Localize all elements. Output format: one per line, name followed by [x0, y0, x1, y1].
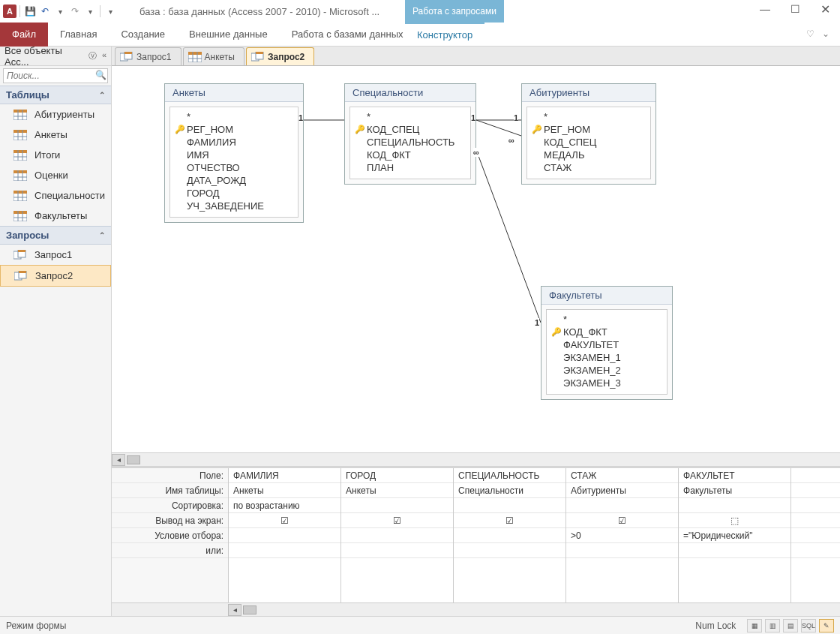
qbe-criteria[interactable]: ="Юридический" — [679, 528, 790, 543]
file-tab[interactable]: Файл — [0, 23, 48, 47]
qbe-or[interactable] — [454, 543, 566, 558]
query-design-surface[interactable]: Анкеты*🔑РЕГ_НОМФАМИЛИЯИМЯОТЧЕСТВОДАТА_РО… — [112, 66, 840, 452]
qbe-column[interactable]: ФАМИЛИЯАнкетыпо возрастанию☑ — [229, 468, 341, 602]
nav-item[interactable]: Абитуриенты — [0, 104, 111, 125]
ribbon-tab-home[interactable]: Главная — [48, 23, 109, 47]
qbe-sort[interactable] — [454, 498, 566, 513]
qbe-table[interactable]: Специальности — [454, 483, 566, 498]
qbe-or[interactable] — [341, 543, 453, 558]
nav-item[interactable]: Анкеты — [0, 125, 111, 145]
scroll-thumb[interactable] — [127, 455, 140, 464]
qbe-field[interactable]: ГОРОД — [341, 468, 453, 483]
ribbon-tab-create[interactable]: Создание — [109, 23, 177, 47]
document-tab[interactable]: Запрос2 — [246, 47, 314, 65]
qbe-or[interactable] — [679, 543, 790, 558]
qbe-scroll-thumb[interactable] — [243, 605, 256, 614]
qbe-sort[interactable] — [566, 498, 678, 513]
view-pivot-button[interactable]: ▥ — [765, 619, 780, 632]
view-sql-button[interactable]: SQL — [801, 619, 816, 632]
table-field[interactable]: ЭКЗАМЕН_3 — [551, 377, 662, 389]
table-field[interactable]: * — [175, 110, 293, 123]
view-design-button[interactable]: ✎ — [819, 619, 834, 632]
scroll-left-button[interactable]: ◂ — [112, 454, 125, 466]
table-field[interactable]: ОТЧЕСТВО — [175, 161, 293, 174]
qbe-field[interactable]: СТАЖ — [566, 468, 678, 483]
qbe-column[interactable]: ФАКУЛЬТЕТФакультеты⬚="Юридический" — [679, 468, 791, 602]
qbe-criteria[interactable]: >0 — [566, 528, 678, 543]
qbe-criteria[interactable] — [454, 528, 566, 543]
table-field[interactable]: * — [532, 110, 646, 123]
nav-filter-dropdown-icon[interactable]: ⓥ — [88, 50, 97, 62]
table-field[interactable]: СПЕЦИАЛЬНОСТЬ — [355, 136, 466, 149]
qbe-sort[interactable] — [679, 498, 790, 513]
table-box[interactable]: Анкеты*🔑РЕГ_НОМФАМИЛИЯИМЯОТЧЕСТВОДАТА_РО… — [164, 83, 304, 223]
qbe-column-blank[interactable]: ☐ — [791, 468, 840, 602]
table-field[interactable]: ИМЯ — [175, 149, 293, 161]
qbe-column[interactable]: СПЕЦИАЛЬНОСТЬСпециальности☑ — [454, 468, 566, 602]
table-field[interactable]: 🔑РЕГ_НОМ — [532, 123, 646, 136]
qbe-scroll-left-button[interactable]: ◂ — [228, 604, 242, 616]
table-field[interactable]: * — [551, 313, 662, 326]
table-field[interactable]: УЧ_ЗАВЕДЕНИЕ — [175, 200, 293, 212]
minimize-button[interactable]: — — [750, 0, 780, 18]
qbe-show-checkbox[interactable]: ☑ — [566, 513, 678, 528]
undo-dropdown-icon[interactable]: ▾ — [53, 5, 67, 18]
qbe-table[interactable]: Факультеты — [679, 483, 790, 498]
table-box[interactable]: Абитуриенты*🔑РЕГ_НОМКОД_СПЕЦМЕДАЛЬСТАЖ — [521, 83, 656, 185]
qbe-criteria[interactable] — [229, 528, 340, 543]
document-tab[interactable]: Запрос1 — [115, 47, 181, 65]
nav-pane-header[interactable]: Все объекты Acc... ⓥ « — [0, 47, 111, 66]
table-field[interactable]: 🔑КОД_СПЕЦ — [355, 123, 466, 136]
qbe-show-checkbox[interactable]: ☑ — [341, 513, 453, 528]
qbe-field[interactable]: ФАМИЛИЯ — [229, 468, 340, 483]
qbe-show-checkbox[interactable]: ☑ — [229, 513, 340, 528]
ribbon-collapse-icon[interactable]: ♡ ⌄ — [806, 29, 830, 39]
undo-icon[interactable]: ↶ — [38, 5, 52, 18]
nav-item[interactable]: Специальности — [0, 185, 111, 206]
qbe-sort[interactable] — [341, 498, 453, 513]
qbe-h-scrollbar[interactable]: ◂ ▸ — [112, 602, 840, 616]
table-field[interactable]: КОД_СПЕЦ — [532, 136, 646, 149]
qbe-or[interactable] — [566, 543, 678, 558]
table-field[interactable]: * — [355, 110, 466, 123]
ribbon-tab-dbtools[interactable]: Работа с базами данных — [280, 23, 416, 47]
nav-item[interactable]: Факультеты — [0, 206, 111, 226]
table-box[interactable]: Специальности*🔑КОД_СПЕЦСПЕЦИАЛЬНОСТЬКОД_… — [344, 83, 476, 185]
table-field[interactable]: СТАЖ — [532, 161, 646, 174]
nav-item[interactable]: Оценки — [0, 165, 111, 185]
qbe-show-checkbox[interactable]: ☑ — [454, 513, 566, 528]
nav-item[interactable]: Итоги — [0, 145, 111, 165]
qbe-table[interactable]: Абитуриенты — [566, 483, 678, 498]
ribbon-tab-design[interactable]: Конструктор — [405, 23, 484, 47]
maximize-button[interactable]: ☐ — [780, 0, 810, 18]
nav-item[interactable]: Запрос1 — [0, 245, 111, 265]
table-field[interactable]: 🔑КОД_ФКТ — [551, 326, 662, 338]
nav-group-header[interactable]: Запросы⌃ — [0, 226, 111, 245]
close-button[interactable]: ✕ — [810, 0, 840, 18]
qbe-column[interactable]: ГОРОДАнкеты☑ — [341, 468, 454, 602]
app-icon[interactable]: A — [3, 5, 16, 18]
table-field[interactable]: ДАТА_РОЖД — [175, 174, 293, 187]
nav-collapse-icon[interactable]: « — [102, 50, 106, 62]
qbe-field[interactable]: СПЕЦИАЛЬНОСТЬ — [454, 468, 566, 483]
design-h-scrollbar[interactable]: ◂ ▸ — [112, 452, 840, 466]
qbe-table[interactable]: Анкеты — [341, 483, 453, 498]
search-icon[interactable]: 🔍 — [95, 70, 106, 80]
qbe-column[interactable]: СТАЖАбитуриенты☑>0 — [566, 468, 679, 602]
save-icon[interactable]: 💾 — [23, 5, 37, 18]
nav-item[interactable]: Запрос2 — [0, 265, 111, 287]
table-field[interactable]: ФАКУЛЬТЕТ — [551, 338, 662, 351]
table-box[interactable]: Факультеты*🔑КОД_ФКТФАКУЛЬТЕТЭКЗАМЕН_1ЭКЗ… — [541, 286, 673, 400]
search-input[interactable] — [3, 68, 108, 83]
document-tab[interactable]: Анкеты — [183, 47, 244, 65]
table-field[interactable]: МЕДАЛЬ — [532, 149, 646, 161]
redo-icon[interactable]: ↷ — [68, 5, 82, 18]
qbe-sort[interactable]: по возрастанию — [229, 498, 340, 513]
qbe-criteria[interactable] — [341, 528, 453, 543]
qbe-field[interactable]: ФАКУЛЬТЕТ — [679, 468, 790, 483]
qbe-or[interactable] — [229, 543, 340, 558]
qbe-table[interactable]: Анкеты — [229, 483, 340, 498]
table-field[interactable]: ЭКЗАМЕН_1 — [551, 351, 662, 364]
view-datasheet-button[interactable]: ▦ — [747, 619, 762, 632]
ribbon-tab-external[interactable]: Внешние данные — [177, 23, 280, 47]
